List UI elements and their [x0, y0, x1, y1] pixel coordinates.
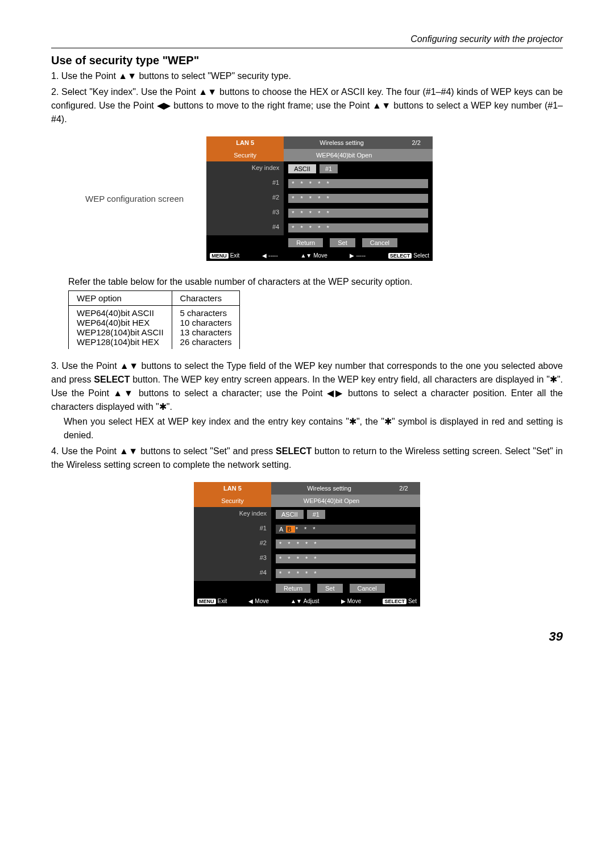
table-intro: Refer the table below for the usable num… [68, 277, 563, 287]
ms2-title: Wireless setting [271, 482, 387, 495]
ms1-move: Move [313, 252, 327, 259]
ms1-k3-label: #3 [206, 206, 284, 221]
char-th-1: Characters [172, 291, 240, 306]
ms1-footer: MENU Exit ◀ ----- ▲▼ Move ▶ ----- SELECT… [206, 250, 433, 261]
ms1-rdash: ----- [356, 252, 366, 259]
ms1-buttons-spacer [206, 235, 284, 250]
char-r1c1: 10 characters [180, 318, 232, 327]
char-r1c0: WEP64(40)bit HEX [77, 318, 164, 327]
ms1-return-button[interactable]: Return [288, 238, 323, 247]
ms2-k4-field[interactable]: * * * * * [276, 569, 416, 578]
ms2-page: 2/2 [387, 482, 420, 495]
ms2-k2-label: #2 [194, 537, 271, 551]
char-r2c1: 13 characters [180, 327, 232, 337]
ms1-security-blank [404, 149, 433, 161]
ms2-return-button[interactable]: Return [276, 584, 310, 593]
ms2-lan: LAN 5 [194, 482, 271, 495]
updown-arrow-icon-2: ▲▼ [291, 598, 302, 604]
ms1-page: 2/2 [400, 136, 433, 149]
ms1-security-label: Security [206, 149, 284, 161]
ms2-keyindex-num[interactable]: #1 [307, 510, 325, 519]
ms2-rmove: Move [347, 598, 361, 604]
ms2-security-blank [392, 495, 420, 507]
ms2-k2-field[interactable]: * * * * * [276, 539, 416, 549]
step-1: 1. Use the Point ▲▼ buttons to select "W… [51, 69, 563, 83]
ms2-k1-cursor: B [286, 526, 294, 533]
char-r0c1: 5 characters [180, 308, 232, 318]
ms2-set-button[interactable]: Set [317, 584, 343, 593]
menu-badge-2: MENU [197, 599, 216, 604]
wep-char-table: WEP option Characters WEP64(40)bit ASCII… [68, 290, 240, 349]
ms2-k1-a: A [279, 526, 285, 533]
ms1-keyindex-label: Key index [206, 161, 284, 176]
wep-config-screen-2: LAN 5 Wireless setting 2/2 Security WEP6… [194, 482, 420, 607]
char-r2c0: WEP128(104)bit ASCII [77, 327, 164, 337]
ms1-k4-field[interactable]: * * * * * [288, 223, 428, 232]
ms1-select: Select [413, 252, 429, 259]
ms2-lmove: Move [255, 598, 268, 604]
right-arrow-icon-2: ▶ [341, 598, 346, 604]
ms2-security-value: WEP64(40)bit Open [271, 495, 392, 507]
ms2-buttons-spacer [194, 581, 271, 596]
ms2-set-hint: Set [408, 598, 417, 604]
ms1-exit: Exit [230, 252, 240, 259]
left-arrow-icon-2: ◀ [248, 598, 253, 604]
ms1-k3-field[interactable]: * * * * * [288, 209, 428, 218]
page-header: Configuring security with the projector [51, 34, 563, 48]
ms1-cancel-button[interactable]: Cancel [362, 238, 397, 247]
ms2-security-label: Security [194, 495, 271, 507]
ms1-k1-label: #1 [206, 176, 284, 191]
ms1-keyindex-row: ASCII #1 [284, 161, 433, 176]
ms2-k4-label: #4 [194, 566, 271, 581]
ms1-ldash: ----- [268, 252, 278, 259]
ms2-k3-label: #3 [194, 551, 271, 566]
char-r3c0: WEP128(104)bit HEX [77, 337, 164, 347]
ms1-keyindex-num[interactable]: #1 [320, 164, 338, 173]
updown-arrow-icon: ▲▼ [300, 252, 312, 259]
ms1-set-button[interactable]: Set [330, 238, 355, 247]
ms1-keyindex-ascii[interactable]: ASCII [288, 164, 316, 173]
screen1-caption: WEP configuration screen [85, 194, 184, 203]
left-arrow-icon: ◀ [262, 252, 267, 259]
ms2-k1-label: #1 [194, 522, 271, 537]
ms1-k1-field[interactable]: * * * * * [288, 179, 428, 188]
step-3-select: SELECT [94, 375, 130, 384]
wep-config-screen-1: LAN 5 Wireless setting 2/2 Security WEP6… [206, 136, 433, 261]
char-r0c0: WEP64(40)bit ASCII [77, 308, 164, 318]
step-4: 4. Use the Point ▲▼ buttons to select "S… [51, 445, 563, 472]
menu-badge: MENU [210, 253, 229, 259]
ms2-keyindex-ascii[interactable]: ASCII [276, 510, 304, 519]
ms2-exit: Exit [218, 598, 227, 604]
page-number: 39 [51, 629, 563, 644]
ms1-security-value: WEP64(40)bit Open [284, 149, 404, 161]
ms2-cancel-button[interactable]: Cancel [350, 584, 385, 593]
step-2: 2. Select "Key index". Use the Point ▲▼ … [51, 85, 563, 126]
char-r3c1: 26 characters [180, 337, 232, 347]
select-badge-2: SELECT [383, 599, 406, 604]
step-2-text: 2. Select "Key index". Use the Point ▲▼ … [51, 87, 563, 124]
ms1-lan: LAN 5 [206, 136, 284, 149]
step-3d: When you select HEX at WEP key index and… [51, 415, 563, 442]
ms2-adjust: Adjust [304, 598, 320, 604]
ms2-k1-rest: * * * [296, 526, 318, 533]
ms2-footer: MENU Exit ◀ Move ▲▼ Adjust ▶ Move SELECT… [194, 596, 420, 607]
ms2-keyindex-label: Key index [194, 507, 271, 522]
step-4a: 4. Use the Point ▲▼ buttons to select "S… [51, 446, 276, 456]
char-th-0: WEP option [69, 291, 172, 306]
step-4-select: SELECT [276, 446, 312, 456]
step-3: 3. Use the Point ▲▼ buttons to select th… [51, 359, 563, 442]
ms2-k3-field[interactable]: * * * * * [276, 554, 416, 563]
ms1-k4-label: #4 [206, 221, 284, 235]
select-badge: SELECT [388, 253, 412, 259]
ms2-k1-field[interactable]: AB* * * [276, 525, 416, 534]
ms1-k2-label: #2 [206, 191, 284, 206]
right-arrow-icon: ▶ [350, 252, 354, 259]
section-title: Use of security type "WEP" [51, 54, 563, 67]
ms1-title: Wireless setting [284, 136, 400, 149]
ms1-k2-field[interactable]: * * * * * [288, 194, 428, 203]
